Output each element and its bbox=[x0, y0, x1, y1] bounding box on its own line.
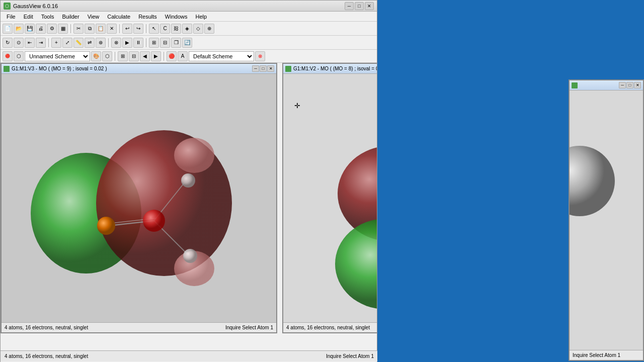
zoom-icon[interactable]: + bbox=[51, 38, 61, 48]
sw3-close[interactable]: ✕ bbox=[634, 82, 641, 88]
mo-visualization-2 bbox=[287, 83, 377, 313]
menu-view[interactable]: View bbox=[84, 13, 104, 21]
menu-help[interactable]: Help bbox=[191, 13, 211, 21]
sync-icon[interactable]: 🔄 bbox=[182, 38, 192, 48]
right-icon[interactable]: ▶ bbox=[151, 51, 161, 61]
sw1-minimize[interactable]: ─ bbox=[252, 65, 259, 72]
menu-file[interactable]: File bbox=[3, 13, 20, 21]
print-icon[interactable]: 🖨 bbox=[36, 24, 46, 34]
sw1-atom-info: 4 atoms, 16 electrons, neutral, singlet bbox=[5, 325, 88, 330]
paste-icon[interactable]: 📋 bbox=[96, 24, 106, 34]
sw1-mode-info: Inquire Select Atom 1 bbox=[225, 325, 273, 330]
left-icon[interactable]: ◀ bbox=[140, 51, 150, 61]
subwindow-2-icon bbox=[285, 66, 291, 72]
sw1-close[interactable]: ✕ bbox=[267, 65, 274, 72]
menu-builder[interactable]: Builder bbox=[58, 13, 83, 21]
select-icon[interactable]: ↖ bbox=[149, 24, 159, 34]
render-icon[interactable]: ⬡ bbox=[102, 51, 112, 61]
sw3-maximize[interactable]: □ bbox=[626, 82, 633, 88]
measure-icon[interactable]: 📏 bbox=[73, 38, 84, 48]
sep-2 bbox=[119, 24, 120, 33]
subwindow-1-title: G1:M1:V3 - MO ( (MO = 9) ; isoval = 0.02… bbox=[12, 66, 252, 71]
minimize-button[interactable]: ─ bbox=[345, 2, 354, 10]
step-back-icon[interactable]: ⇤ bbox=[25, 38, 35, 48]
copy-icon[interactable]: ⧉ bbox=[85, 24, 95, 34]
atom-type-icon[interactable]: 🔴 bbox=[3, 51, 13, 61]
sep-1 bbox=[70, 24, 71, 33]
mo-visualization-1 bbox=[8, 82, 270, 314]
main-title: GaussView 6.0.16 bbox=[13, 3, 345, 9]
translate-icon[interactable]: ⤢ bbox=[62, 38, 72, 48]
surface-icon[interactable]: ◈ bbox=[182, 24, 192, 34]
close-button[interactable]: ✕ bbox=[365, 2, 374, 10]
menu-results[interactable]: Results bbox=[134, 13, 161, 21]
cut-icon[interactable]: ✂ bbox=[73, 24, 84, 34]
sep-4 bbox=[48, 38, 49, 47]
atom-color-icon[interactable]: 🔴 bbox=[167, 51, 177, 61]
svg-point-9 bbox=[97, 217, 115, 235]
grid2-icon[interactable]: ⊟ bbox=[129, 51, 139, 61]
subwindow-2-titlebar: G1:M1:V2 - MO ( (MO = 8) ; isoval = 0.02… bbox=[283, 64, 377, 74]
svg-point-3 bbox=[174, 138, 214, 173]
step-fwd-icon[interactable]: ⇥ bbox=[36, 38, 46, 48]
align-icon[interactable]: ⇌ bbox=[85, 38, 95, 48]
cascade-icon[interactable]: ❒ bbox=[171, 38, 181, 48]
delete-icon[interactable]: ✕ bbox=[107, 24, 117, 34]
sw3-minimize[interactable]: ─ bbox=[619, 82, 626, 88]
element-icon[interactable]: C bbox=[160, 24, 170, 34]
display-icon[interactable]: ▦ bbox=[58, 24, 68, 34]
undo-icon[interactable]: ↩ bbox=[122, 24, 132, 34]
sep-7 bbox=[115, 52, 115, 61]
menu-bar: File Edit Tools Builder View Calculate R… bbox=[1, 12, 377, 22]
font-icon[interactable]: A bbox=[178, 51, 188, 61]
maximize-button[interactable]: □ bbox=[355, 2, 364, 10]
menu-edit[interactable]: Edit bbox=[20, 13, 37, 21]
pause-icon[interactable]: ⏸ bbox=[133, 38, 143, 48]
grid-icon[interactable]: ⊞ bbox=[149, 38, 159, 48]
settings-icon[interactable]: ⚙ bbox=[47, 24, 57, 34]
color-icon[interactable]: 🎨 bbox=[91, 51, 101, 61]
sw3-icon bbox=[572, 82, 578, 88]
svg-point-11 bbox=[181, 173, 195, 188]
svg-point-12 bbox=[183, 249, 197, 263]
subwindow-2-status: 4 atoms, 16 electrons, neutral, singlet … bbox=[283, 322, 377, 332]
rotate-icon[interactable]: ↻ bbox=[3, 38, 13, 48]
gaussview-main-window: ⬡ GaussView 6.0.16 ─ □ ✕ File Edit Tools… bbox=[0, 0, 377, 362]
scheme-dropdown[interactable]: Unnamed Scheme bbox=[25, 51, 90, 61]
menu-windows[interactable]: Windows bbox=[161, 13, 192, 21]
sep-5 bbox=[108, 38, 109, 47]
new-icon[interactable]: 📄 bbox=[3, 24, 13, 34]
mol-canvas-2[interactable]: ✛ bbox=[283, 74, 377, 322]
charge-icon[interactable]: ⊕ bbox=[204, 24, 214, 34]
link-icon[interactable]: ⛓ bbox=[171, 24, 181, 34]
subwindow-2-title: G1:M1:V2 - MO ( (MO = 8) ; isoval = 0.02… bbox=[293, 66, 377, 71]
stop-icon[interactable]: ⊗ bbox=[111, 38, 121, 48]
mol-canvas-1[interactable] bbox=[2, 74, 276, 322]
tile2-icon[interactable]: ⊞ bbox=[118, 51, 128, 61]
sw1-maximize[interactable]: □ bbox=[260, 65, 267, 72]
tile-icon[interactable]: ⊟ bbox=[160, 38, 170, 48]
main-title-bar: ⬡ GaussView 6.0.16 ─ □ ✕ bbox=[1, 1, 377, 12]
sw3-visualization bbox=[570, 90, 643, 342]
center-icon[interactable]: ⊙ bbox=[14, 38, 24, 48]
subwindow-1-icon bbox=[4, 66, 10, 72]
subwindow-1-status: 4 atoms, 16 electrons, neutral, singlet … bbox=[2, 322, 276, 332]
play-icon[interactable]: ▶ bbox=[122, 38, 132, 48]
save-icon[interactable]: 💾 bbox=[25, 24, 35, 34]
main-mode-info: Inquire Select Atom 1 bbox=[326, 353, 374, 359]
fragment-icon[interactable]: ◇ bbox=[193, 24, 203, 34]
main-status-bar: 4 atoms, 16 electrons, neutral, singlet … bbox=[1, 350, 378, 361]
stop2-icon[interactable]: ⊗ bbox=[255, 51, 265, 61]
mol-icon[interactable]: ⬡ bbox=[14, 51, 24, 61]
default-scheme-dropdown[interactable]: Default Scheme bbox=[189, 51, 254, 61]
sw3-status: Inquire Select Atom 1 bbox=[570, 350, 643, 360]
sw3-mode: Inquire Select Atom 1 bbox=[573, 352, 620, 358]
sep-8 bbox=[164, 52, 164, 61]
menu-tools[interactable]: Tools bbox=[37, 13, 58, 21]
sym-icon[interactable]: ⊛ bbox=[96, 38, 106, 48]
menu-calculate[interactable]: Calculate bbox=[103, 13, 134, 21]
sw3-canvas bbox=[570, 90, 643, 350]
redo-icon[interactable]: ↪ bbox=[133, 24, 143, 34]
open-icon[interactable]: 📂 bbox=[14, 24, 24, 34]
subwindow-1: G1:M1:V3 - MO ( (MO = 9) ; isoval = 0.02… bbox=[1, 63, 277, 333]
